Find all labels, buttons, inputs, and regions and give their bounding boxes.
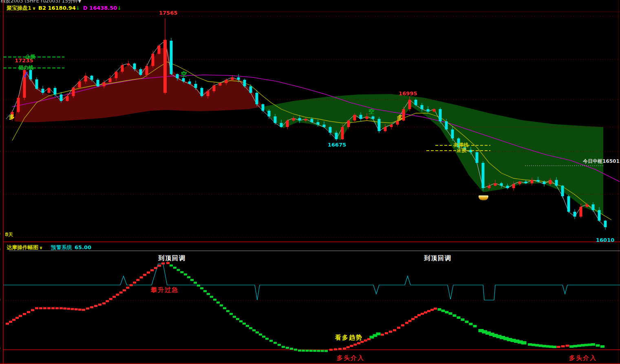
period-label: 8天 [5, 232, 13, 237]
upper-panel-header: 聚宝操盘1∨B2 16180.94↓D 16438.50↓ [7, 4, 121, 12]
alert-system-value: 65.00 [75, 244, 91, 250]
chart-canvas[interactable] [0, 0, 620, 364]
b2-value: B2 16180.94 [38, 5, 76, 11]
lower-indicator-dropdown[interactable]: 达摩操作幅图∨ [7, 244, 45, 250]
alert-line [3, 264, 620, 300]
down-arrow-icon: ↓ [117, 5, 121, 11]
app-window: 橡胶2003 (SHFE ru2003) 15分钟▼ 聚宝操盘1∨B2 1618… [0, 0, 620, 364]
upper-indicator-dropdown[interactable]: 聚宝操盘1∨ [7, 5, 38, 11]
bull-band [263, 94, 603, 215]
chevron-down-icon: ∨ [32, 6, 36, 11]
lower-panel-header: 达摩操作幅图∨预警系统65.00 [7, 244, 91, 251]
d-value: D 16438.50 [83, 5, 117, 11]
down-arrow-icon: ↓ [76, 5, 80, 11]
upper-indicator-name: 聚宝操盘1 [7, 5, 31, 11]
bear-band [14, 47, 263, 122]
lower-indicator-name: 达摩操作幅图 [7, 244, 38, 250]
chevron-down-icon: ∨ [39, 245, 43, 250]
oscillator-series [6, 262, 605, 352]
alert-system-label: 预警系统 [51, 244, 72, 250]
